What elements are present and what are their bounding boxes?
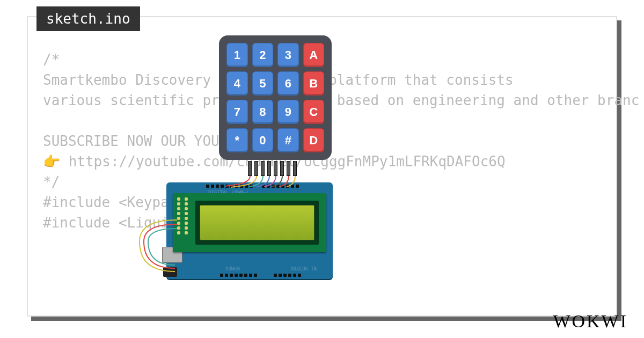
keypad-key-hash[interactable]: #: [277, 128, 299, 152]
arduino-assembly: DIGITAL (PWM~) POWER ANALOG IN: [166, 182, 333, 279]
digital-header-right: [262, 185, 299, 188]
keypad-key-c[interactable]: C: [303, 100, 325, 124]
code-line: various scientific projects mostly based…: [43, 90, 639, 111]
keypad-connector: [248, 161, 297, 176]
silk-label: POWER: [225, 266, 240, 271]
keypad-key-5[interactable]: 5: [252, 71, 274, 95]
membrane-keypad: 1 2 3 A 4 5 6 B 7 8 9 C * 0 # D: [219, 35, 332, 160]
keypad-key-3[interactable]: 3: [277, 43, 299, 67]
code-line: /*: [43, 49, 639, 70]
code-preview: /* Smartkembo Discovery Science is a pla…: [43, 49, 639, 233]
power-header: [220, 274, 257, 277]
keypad-pin: [274, 161, 277, 176]
wokwi-logo: WOKWI: [553, 311, 628, 332]
keypad-key-d[interactable]: D: [303, 128, 325, 152]
code-line: 👉 https://youtube.com/channel/UCgggFnMPy…: [43, 151, 639, 172]
logo-text: WOKWI: [553, 311, 628, 331]
keypad-key-6[interactable]: 6: [277, 71, 299, 95]
keypad-key-9[interactable]: 9: [277, 100, 299, 124]
code-line: #include <LiquidCrystal_I2C.h: [43, 212, 639, 233]
lcd-frame: [195, 201, 319, 245]
digital-header-left: [206, 185, 253, 188]
keypad-pin: [254, 161, 258, 176]
lcd-screen: [200, 205, 314, 240]
lcd-pin-header: [177, 197, 190, 234]
keypad-pin: [261, 161, 265, 176]
keypad-key-7[interactable]: 7: [226, 100, 248, 124]
keypad-key-4[interactable]: 4: [226, 71, 248, 95]
keypad-pin: [267, 161, 271, 176]
code-line: Smartkembo Discovery Science is a platfo…: [43, 70, 639, 90]
keypad-pin: [287, 161, 290, 176]
code-line: [43, 111, 639, 131]
code-line: SUBSCRIBE NOW OUR YOUTUBE CHANNEL: [43, 131, 639, 151]
arduino-uno-board[interactable]: DIGITAL (PWM~) POWER ANALOG IN: [166, 182, 333, 279]
keypad-key-a[interactable]: A: [303, 43, 325, 67]
keypad-key-0[interactable]: 0: [252, 128, 274, 152]
keypad-pin: [293, 161, 297, 176]
analog-header: [274, 274, 301, 277]
keypad-key-b[interactable]: B: [303, 71, 325, 95]
power-jack-icon: [163, 267, 177, 277]
filename-tab[interactable]: sketch.ino: [36, 6, 140, 31]
keypad-key-1[interactable]: 1: [226, 43, 248, 67]
keypad-key-star[interactable]: *: [226, 128, 248, 152]
lcd-shield[interactable]: [173, 193, 326, 252]
keypad-key-8[interactable]: 8: [252, 100, 274, 124]
code-line: */: [43, 172, 639, 192]
keypad-pin: [248, 161, 252, 176]
keypad-pin: [280, 161, 284, 176]
code-line: #include <Keypad.h>: [43, 192, 639, 212]
silk-label: ANALOG IN: [290, 266, 317, 271]
filename-text: sketch.ino: [46, 11, 130, 27]
keypad-key-2[interactable]: 2: [252, 43, 274, 67]
